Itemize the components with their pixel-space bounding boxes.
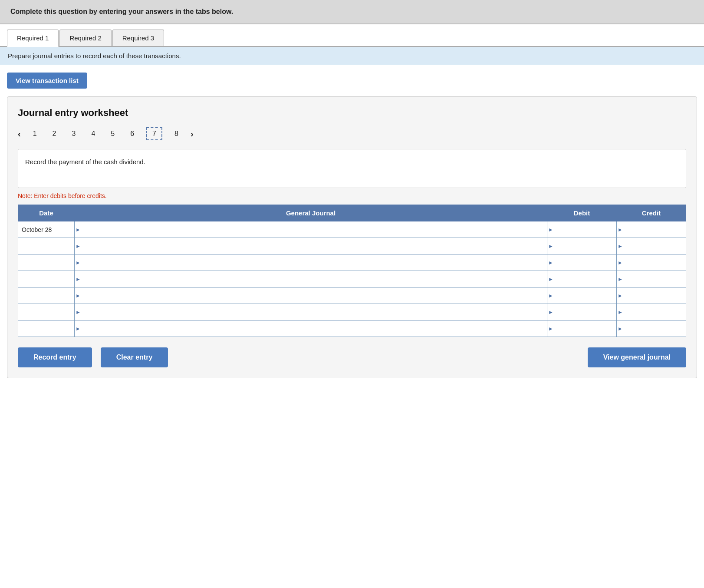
date-cell-6 <box>18 304 75 320</box>
gj-input-7[interactable] <box>75 320 547 337</box>
page-6[interactable]: 6 <box>127 128 138 139</box>
debit-input-7[interactable] <box>547 320 616 337</box>
credit-input-3[interactable] <box>617 254 686 271</box>
date-cell-4 <box>18 271 75 287</box>
credit-input-4[interactable] <box>617 271 686 287</box>
credit-cell-4[interactable]: ► <box>617 271 686 287</box>
credit-cell-3[interactable]: ► <box>617 254 686 271</box>
arrow-icon: ► <box>618 293 623 299</box>
credit-cell-1[interactable]: ► <box>617 221 686 238</box>
arrow-icon: ► <box>76 243 81 249</box>
date-cell-2 <box>18 238 75 254</box>
sub-instruction: Prepare journal entries to record each o… <box>0 47 704 65</box>
gj-input-2[interactable] <box>75 238 547 254</box>
debit-cell-3[interactable]: ► <box>547 254 617 271</box>
credit-input-2[interactable] <box>617 238 686 254</box>
col-header-date: Date <box>18 205 75 221</box>
gj-cell-4[interactable]: ► <box>75 271 547 287</box>
clear-entry-button[interactable]: Clear entry <box>101 347 168 367</box>
table-row: ► ► ► <box>18 320 686 337</box>
view-general-journal-button[interactable]: View general journal <box>588 347 686 367</box>
tab-required-1[interactable]: Required 1 <box>7 30 59 47</box>
arrow-icon: ► <box>76 276 81 282</box>
debit-input-1[interactable] <box>547 221 616 238</box>
arrow-icon: ► <box>618 276 623 282</box>
worksheet-container: Journal entry worksheet ‹ 1 2 3 4 5 6 7 … <box>7 96 697 378</box>
gj-input-3[interactable] <box>75 254 547 271</box>
page-1[interactable]: 1 <box>30 128 40 139</box>
gj-input-6[interactable] <box>75 304 547 320</box>
arrow-icon: ► <box>548 276 553 282</box>
page-2[interactable]: 2 <box>49 128 60 139</box>
date-cell-3 <box>18 254 75 271</box>
col-header-credit: Credit <box>617 205 686 221</box>
view-transaction-button[interactable]: View transaction list <box>7 73 87 89</box>
arrow-icon: ► <box>548 227 553 233</box>
gj-cell-3[interactable]: ► <box>75 254 547 271</box>
gj-input-5[interactable] <box>75 287 547 304</box>
gj-cell-5[interactable]: ► <box>75 287 547 304</box>
next-arrow[interactable]: › <box>191 129 194 139</box>
arrow-icon: ► <box>76 326 81 332</box>
debit-input-2[interactable] <box>547 238 616 254</box>
table-row: ► ► ► <box>18 271 686 287</box>
arrow-icon: ► <box>618 260 623 266</box>
date-cell-5 <box>18 287 75 304</box>
arrow-icon: ► <box>76 260 81 266</box>
gj-cell-1[interactable]: ► <box>75 221 547 238</box>
instruction-bar: Complete this question by entering your … <box>0 0 704 24</box>
credit-input-6[interactable] <box>617 304 686 320</box>
debit-cell-5[interactable]: ► <box>547 287 617 304</box>
description-text: Record the payment of the cash dividend. <box>25 158 145 165</box>
date-cell-1: October 28 <box>18 221 75 238</box>
table-row: ► ► ► <box>18 238 686 254</box>
arrow-icon: ► <box>76 293 81 299</box>
gj-cell-2[interactable]: ► <box>75 238 547 254</box>
prev-arrow[interactable]: ‹ <box>18 129 21 139</box>
debit-input-5[interactable] <box>547 287 616 304</box>
page-7[interactable]: 7 <box>146 127 162 140</box>
tab-required-2[interactable]: Required 2 <box>59 30 111 46</box>
worksheet-title: Journal entry worksheet <box>18 107 686 119</box>
buttons-row: Record entry Clear entry View general jo… <box>18 347 686 367</box>
journal-table: Date General Journal Debit Credit Octobe… <box>18 205 686 337</box>
arrow-icon: ► <box>548 293 553 299</box>
gj-input-4[interactable] <box>75 271 547 287</box>
col-header-debit: Debit <box>547 205 617 221</box>
credit-cell-2[interactable]: ► <box>617 238 686 254</box>
page-8[interactable]: 8 <box>171 128 182 139</box>
gj-input-1[interactable] <box>75 221 547 238</box>
debit-input-4[interactable] <box>547 271 616 287</box>
page-5[interactable]: 5 <box>107 128 118 139</box>
debit-input-6[interactable] <box>547 304 616 320</box>
page-3[interactable]: 3 <box>68 128 79 139</box>
tab-required-3[interactable]: Required 3 <box>112 30 164 46</box>
date-cell-7 <box>18 320 75 337</box>
debit-cell-7[interactable]: ► <box>547 320 617 337</box>
arrow-icon: ► <box>76 227 81 233</box>
table-row: ► ► ► <box>18 254 686 271</box>
debit-input-3[interactable] <box>547 254 616 271</box>
note-text: Note: Enter debits before credits. <box>18 192 686 199</box>
credit-input-1[interactable] <box>617 221 686 238</box>
debit-cell-6[interactable]: ► <box>547 304 617 320</box>
credit-cell-5[interactable]: ► <box>617 287 686 304</box>
table-row: ► ► ► <box>18 304 686 320</box>
credit-input-7[interactable] <box>617 320 686 337</box>
arrow-icon: ► <box>548 243 553 249</box>
debit-cell-4[interactable]: ► <box>547 271 617 287</box>
credit-input-5[interactable] <box>617 287 686 304</box>
credit-cell-7[interactable]: ► <box>617 320 686 337</box>
gj-cell-6[interactable]: ► <box>75 304 547 320</box>
arrow-icon: ► <box>618 227 623 233</box>
col-header-general-journal: General Journal <box>75 205 547 221</box>
pagination-row: ‹ 1 2 3 4 5 6 7 8 › <box>18 127 686 140</box>
description-box: Record the payment of the cash dividend. <box>18 149 686 188</box>
debit-cell-2[interactable]: ► <box>547 238 617 254</box>
credit-cell-6[interactable]: ► <box>617 304 686 320</box>
page-4[interactable]: 4 <box>88 128 99 139</box>
record-entry-button[interactable]: Record entry <box>18 347 92 367</box>
instruction-text: Complete this question by entering your … <box>10 8 233 15</box>
gj-cell-7[interactable]: ► <box>75 320 547 337</box>
debit-cell-1[interactable]: ► <box>547 221 617 238</box>
